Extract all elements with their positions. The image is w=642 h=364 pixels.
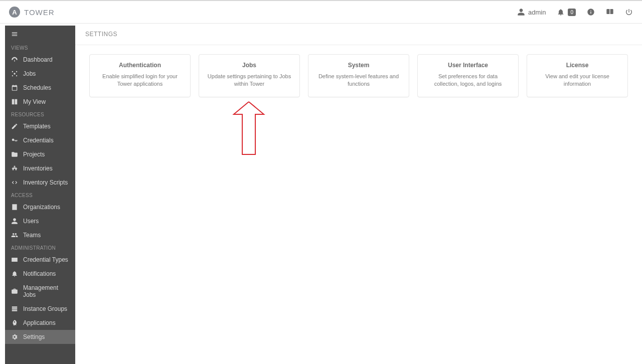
- svg-point-4: [16, 75, 17, 76]
- sidebar-section-views: VIEWS: [5, 42, 75, 53]
- sidebar-item-label: Inventory Scripts: [23, 179, 68, 186]
- info-button[interactable]: [587, 8, 595, 16]
- card-title: Jobs: [207, 62, 291, 69]
- sidebar-item-label: Projects: [23, 151, 45, 158]
- brand[interactable]: A TOWER: [9, 7, 55, 18]
- servers-icon: [11, 305, 18, 312]
- sidebar-item-applications[interactable]: Applications: [5, 316, 75, 330]
- user-icon: [517, 8, 525, 16]
- sidebar-item-label: Settings: [23, 333, 45, 340]
- pencil-square-icon: [11, 123, 18, 130]
- brand-logo-icon: A: [9, 7, 20, 18]
- sidebar-item-instance-groups[interactable]: Instance Groups: [5, 302, 75, 316]
- gear-icon: [11, 333, 18, 340]
- card-desc: View and edit your license information: [535, 73, 619, 88]
- main-content: SETTINGS Authentication Enable simplifie…: [75, 24, 642, 364]
- building-icon: [11, 204, 18, 211]
- sidebar-item-label: Applications: [23, 319, 56, 326]
- bell-icon: [557, 8, 565, 16]
- briefcase-icon: [11, 288, 18, 295]
- sidebar-item-label: Credential Types: [23, 256, 68, 263]
- sidebar-item-label: Inventories: [23, 165, 53, 172]
- bell-icon: [11, 270, 18, 277]
- card-license[interactable]: License View and edit your license infor…: [527, 54, 628, 97]
- annotation-arrow-icon: [231, 99, 266, 159]
- svg-point-1: [12, 71, 13, 72]
- card-user-interface[interactable]: User Interface Set preferences for data …: [417, 54, 519, 97]
- sidebar-item-label: Users: [23, 218, 39, 225]
- svg-point-3: [12, 75, 13, 76]
- notification-badge: 0: [568, 9, 576, 16]
- dashboard-icon: [11, 56, 18, 63]
- card-desc: Enable simplified login for your Tower a…: [98, 73, 182, 88]
- sidebar-item-label: My View: [23, 98, 46, 105]
- book-icon: [606, 8, 614, 16]
- key-icon: [11, 137, 18, 144]
- user-menu[interactable]: admin: [517, 8, 546, 16]
- sidebar-item-projects[interactable]: Projects: [5, 147, 75, 161]
- sidebar-item-users[interactable]: Users: [5, 214, 75, 228]
- sidebar-item-label: Jobs: [23, 70, 36, 77]
- info-icon: [587, 8, 595, 16]
- svg-point-2: [16, 71, 17, 72]
- power-icon: [625, 8, 633, 16]
- user-icon: [11, 218, 18, 225]
- topbar: A TOWER admin 0: [0, 0, 642, 24]
- card-system[interactable]: System Define system-level features and …: [308, 54, 409, 97]
- sidebar-item-label: Templates: [23, 123, 51, 130]
- sidebar-item-inventories[interactable]: Inventories: [5, 161, 75, 175]
- card-desc: Update settings pertaining to Jobs withi…: [207, 73, 291, 88]
- sidebar-item-myview[interactable]: My View: [5, 95, 75, 109]
- card-title: User Interface: [426, 62, 510, 69]
- sidebar-item-inventory-scripts[interactable]: Inventory Scripts: [5, 175, 75, 190]
- panes-icon: [11, 98, 18, 105]
- sidebar-item-credentials[interactable]: Credentials: [5, 133, 75, 147]
- sidebar-section-administration: ADMINISTRATION: [5, 242, 75, 253]
- sidebar-toggle[interactable]: [5, 26, 75, 42]
- sidebar-item-label: Organizations: [23, 204, 60, 211]
- card-title: License: [535, 62, 619, 69]
- sidebar-section-access: ACCESS: [5, 190, 75, 200]
- hamburger-icon: [11, 31, 18, 38]
- user-label: admin: [528, 9, 546, 16]
- page-title: SETTINGS: [75, 24, 642, 45]
- sidebar-item-notifications[interactable]: Notifications: [5, 267, 75, 281]
- logout-button[interactable]: [625, 8, 633, 16]
- svg-point-0: [14, 73, 16, 75]
- notifications-button[interactable]: 0: [557, 8, 576, 16]
- sidebar-item-label: Notifications: [23, 270, 56, 277]
- card-title: Authentication: [98, 62, 182, 69]
- sidebar-item-label: Teams: [23, 232, 41, 239]
- card-title: System: [316, 62, 401, 69]
- sidebar-item-label: Management Jobs: [23, 284, 69, 298]
- card-jobs[interactable]: Jobs Update settings pertaining to Jobs …: [199, 54, 300, 97]
- sidebar-item-label: Schedules: [23, 84, 51, 91]
- jobs-icon: [11, 70, 18, 77]
- sidebar-item-teams[interactable]: Teams: [5, 228, 75, 242]
- sidebar-item-jobs[interactable]: Jobs: [5, 67, 75, 81]
- sidebar-item-management-jobs[interactable]: Management Jobs: [5, 281, 75, 302]
- code-icon: [11, 179, 18, 186]
- card-authentication[interactable]: Authentication Enable simplified login f…: [89, 54, 191, 97]
- sidebar-item-credential-types[interactable]: Credential Types: [5, 253, 75, 267]
- brand-name: TOWER: [24, 8, 55, 17]
- card-desc: Define system-level features and functio…: [316, 73, 401, 88]
- sidebar-item-dashboard[interactable]: Dashboard: [5, 53, 75, 67]
- sidebar-item-settings[interactable]: Settings: [5, 330, 75, 344]
- sidebar-item-label: Dashboard: [23, 56, 53, 63]
- users-icon: [11, 232, 18, 239]
- sidebar-item-label: Credentials: [23, 137, 54, 144]
- settings-cards: Authentication Enable simplified login f…: [75, 45, 642, 106]
- sidebar: VIEWS Dashboard Jobs Schedules My View R…: [5, 26, 75, 364]
- card-desc: Set preferences for data collection, log…: [426, 73, 510, 88]
- sidebar-item-organizations[interactable]: Organizations: [5, 200, 75, 214]
- sitemap-icon: [11, 165, 18, 172]
- folder-icon: [11, 151, 18, 158]
- sidebar-item-label: Instance Groups: [23, 305, 67, 312]
- sidebar-item-templates[interactable]: Templates: [5, 119, 75, 133]
- sidebar-item-schedules[interactable]: Schedules: [5, 81, 75, 95]
- rocket-icon: [11, 319, 18, 326]
- docs-button[interactable]: [606, 8, 614, 16]
- calendar-icon: [11, 84, 18, 91]
- sidebar-section-resources: RESOURCES: [5, 109, 75, 119]
